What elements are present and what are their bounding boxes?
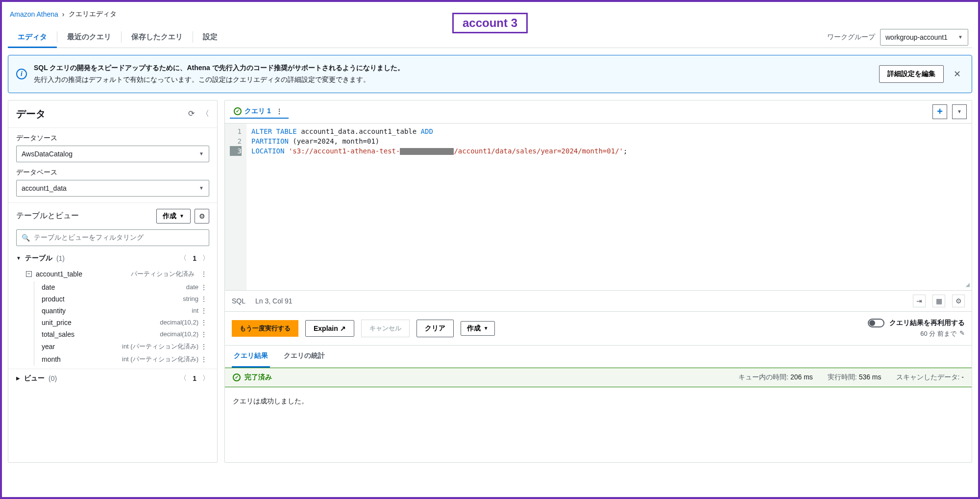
filter-input[interactable]: 🔍 テーブルとビューをフィルタリング [16,229,209,246]
tab-settings[interactable]: 設定 [193,26,227,48]
reuse-toggle[interactable] [868,319,884,327]
next-page-icon[interactable]: 〉 [202,254,209,263]
code-content[interactable]: ALTER TABLE account1_data.account1_table… [246,124,632,290]
chevron-down-icon: ▼ [179,213,184,219]
database-label: データベース [16,168,209,177]
column-row: quantityint⋮ [8,305,217,317]
tab-query-results[interactable]: クエリ結果 [232,346,270,368]
external-link-icon: ↗ [340,324,346,332]
breadcrumb-page: クエリエディタ [69,10,117,19]
chevron-right-icon: › [62,10,65,18]
sql-panel: ✓ クエリ 1 ⋮ + ▼ 123 ALTER TABLE account1_d… [224,100,972,463]
workgroup-select[interactable]: workgroup-account1 [880,29,968,46]
kebab-icon[interactable]: ⋮ [198,283,209,291]
triangle-down-icon: ▼ [16,255,21,261]
views-tree-header[interactable]: ▶ ビュー (0) 〈 1 〉 [8,369,217,387]
code-editor[interactable]: 123 ALTER TABLE account1_data.account1_t… [225,124,972,290]
query-tab-1[interactable]: ✓ クエリ 1 ⋮ [230,105,289,119]
close-icon[interactable]: ✕ [951,69,964,79]
column-row: unit_pricedecimal(10,2)⋮ [8,317,217,328]
success-check-icon: ✓ [234,107,242,115]
database-select[interactable]: account1_data [16,180,209,197]
kebab-icon[interactable]: ⋮ [198,343,209,350]
kebab-icon[interactable]: ⋮ [274,107,285,115]
cancel-button: キャンセル [361,320,410,337]
result-tabs: クエリ結果 クエリの統計 [225,345,972,368]
gear-icon[interactable]: ⚙ [195,209,209,224]
column-row: total_salesdecimal(10,2)⋮ [8,328,217,340]
data-sidebar: データ ⟳ 〈 データソース AwsDataCatalog データベース acc… [8,100,218,463]
indent-icon[interactable]: ⇥ [913,295,926,307]
success-check-icon: ✓ [233,374,241,381]
column-row: yearint (パーティション化済み)⋮ [8,340,217,353]
clear-button[interactable]: クリア [416,320,454,337]
chevron-down-icon: ▼ [484,325,489,331]
collapse-box-icon[interactable]: − [26,271,32,277]
tab-recent[interactable]: 最近のクエリ [57,26,121,48]
prev-page-icon[interactable]: 〈 [180,254,187,263]
run-again-button[interactable]: もう一度実行する [232,320,298,337]
account-badge: account 3 [452,13,528,33]
create-dropdown-button[interactable]: 作成▼ [461,321,495,336]
tab-editor[interactable]: エディタ [8,26,57,48]
pencil-icon[interactable]: ✎ [959,329,965,338]
redacted-region [400,148,454,155]
banner-text: SQL クエリの開発をスピードアップするために、Athena で先行入力のコード… [34,62,872,86]
banner-settings-button[interactable]: 詳細設定を編集 [879,65,944,83]
reuse-label: クエリ結果を再利用する [889,319,965,327]
column-row: monthint (パーティション化済み)⋮ [8,353,217,366]
resize-handle-icon[interactable]: ◢ [966,280,970,288]
success-status-bar: ✓完了済み キュー内の時間: 206 ms 実行時間: 536 ms スキャンし… [225,368,972,387]
add-tab-button[interactable]: + [932,104,947,119]
tables-tree-header[interactable]: ▼ テーブル (1) 〈 1 〉 [8,250,217,267]
line-gutter: 123 [225,124,246,290]
workgroup-label: ワークグループ [827,33,875,42]
kebab-icon[interactable]: ⋮ [198,319,209,326]
tab-query-stats[interactable]: クエリの統計 [282,346,327,368]
kebab-icon[interactable]: ⋮ [198,307,209,315]
layout-icon[interactable]: ▦ [932,295,945,307]
kebab-icon[interactable]: ⋮ [198,330,209,338]
sidebar-title: データ [16,107,46,121]
column-row: productstring⋮ [8,293,217,305]
breadcrumb-service-link[interactable]: Amazon Athena [10,10,58,18]
prev-page-icon[interactable]: 〈 [180,374,187,383]
tab-menu-button[interactable]: ▼ [952,104,967,119]
column-row: datedate⋮ [8,281,217,293]
chevron-down-icon: ▼ [957,109,962,114]
editor-status-bar: SQL Ln 3, Col 91 ⇥ ▦ ⚙ [225,290,972,311]
kebab-icon[interactable]: ⋮ [198,355,209,363]
action-bar: もう一度実行する Explain ↗ キャンセル クリア 作成▼ クエリ結果を再… [225,311,972,345]
collapse-icon[interactable]: 〈 [201,109,209,119]
refresh-icon[interactable]: ⟳ [188,109,195,119]
search-icon: 🔍 [22,234,30,242]
datasource-label: データソース [16,134,209,143]
triangle-right-icon: ▶ [16,375,20,381]
tables-views-title: テーブルとビュー [16,211,79,221]
gear-icon[interactable]: ⚙ [952,295,965,307]
table-row[interactable]: − account1_table パーティション化済み ⋮ [8,267,217,281]
kebab-icon[interactable]: ⋮ [198,295,209,303]
result-message: クエリは成功しました。 [225,387,972,416]
explain-button[interactable]: Explain ↗ [305,320,354,337]
tab-saved[interactable]: 保存したクエリ [122,26,193,48]
info-banner: i SQL クエリの開発をスピードアップするために、Athena で先行入力のコ… [8,55,972,93]
next-page-icon[interactable]: 〉 [202,374,209,383]
datasource-select[interactable]: AwsDataCatalog [16,146,209,162]
info-icon: i [16,69,27,79]
create-button[interactable]: 作成▼ [156,209,191,224]
kebab-icon[interactable]: ⋮ [198,270,209,278]
